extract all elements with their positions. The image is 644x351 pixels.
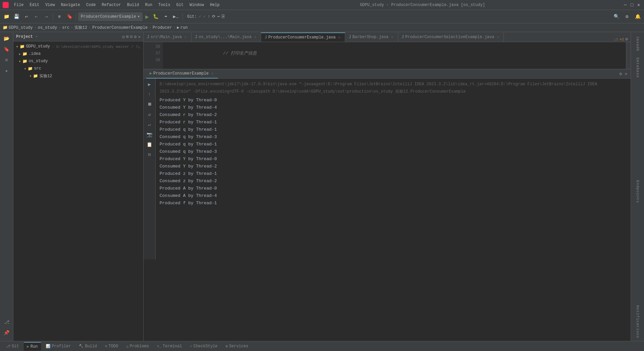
lab12-folder-icon: 📁 — [33, 74, 38, 79]
bottom-tab-run[interactable]: ▶ Run — [24, 342, 41, 351]
file-tree-collapse-icon[interactable]: ⊟ — [130, 34, 133, 39]
breadcrumb-item-producer[interactable]: Producer — [153, 25, 172, 30]
git-push-icon[interactable]: ↑ — [208, 14, 210, 19]
menu-code[interactable]: Code — [83, 2, 98, 8]
run-panel-settings-icon[interactable]: ⚙ — [619, 71, 623, 77]
sidebar-git-icon[interactable]: ⎇ — [2, 317, 12, 327]
tab-producer-consumer-close[interactable]: ✕ — [337, 35, 342, 40]
bottom-tab-checkstyle[interactable]: ✓ CheckStyle — [187, 342, 221, 351]
menu-file[interactable]: File — [11, 2, 26, 8]
undo-button[interactable]: ↩ — [22, 12, 31, 21]
bottom-tab-todo[interactable]: ≡ TODO — [101, 342, 121, 351]
breadcrumb-item-class[interactable]: ProducerConsumerExample — [92, 25, 148, 30]
breadcrumb-item-osstudy[interactable]: os_study — [38, 25, 57, 30]
git-settings-icon[interactable]: ⍈ — [222, 14, 224, 19]
git-fetch-icon[interactable]: ⟳ — [212, 14, 215, 19]
menu-help[interactable]: Help — [207, 2, 222, 8]
tree-item-idea[interactable]: ▸ 📁 .idea — [13, 50, 143, 57]
error-badge[interactable]: ✕2 — [620, 37, 624, 41]
breadcrumb-item-project[interactable]: 📁 GDPU_study — [3, 25, 33, 30]
run-filter-button[interactable]: ⊟ — [145, 150, 154, 159]
tab-barbershop-close[interactable]: ✕ — [390, 35, 395, 39]
run-panel-close-icon[interactable]: ✕ — [624, 71, 628, 77]
code-content[interactable]: // 打印生产信息 System.out.println("Produced "… — [163, 42, 626, 69]
tree-item-osstudy[interactable]: ▾ 📁 os_study — [13, 57, 143, 65]
run-config-selector[interactable]: ProducerConsumerExample ▾ — [78, 12, 143, 21]
file-tree-expand-icon[interactable]: ⊞ — [126, 34, 129, 39]
menu-build[interactable]: Build — [124, 2, 142, 8]
tab-osstudy-main[interactable]: J os_study\...\Main.java ✕ — [192, 32, 261, 42]
search-everywhere-button[interactable]: 🔍 — [612, 12, 621, 21]
git-undo-icon[interactable]: ↩ — [217, 14, 220, 19]
run-play-button[interactable]: ▶ — [145, 80, 154, 89]
tree-item-src[interactable]: ▾ 📁 src — [13, 65, 143, 72]
notifications-button[interactable]: 🔔 — [633, 12, 642, 21]
git-check-icon[interactable]: ✓ — [199, 14, 201, 19]
run-tab-close[interactable]: ✕ — [210, 71, 215, 76]
file-tree-settings-icon[interactable]: ⚙ — [134, 34, 137, 39]
right-sidebar-notifications[interactable]: Notifications — [634, 303, 641, 341]
close-button[interactable]: ✕ — [636, 2, 641, 8]
run-restart-button[interactable]: ↺ — [145, 110, 154, 119]
breadcrumb-item-run[interactable]: ▶ run — [177, 25, 188, 30]
tab-osstudy-close[interactable]: ✕ — [253, 35, 257, 39]
sidebar-pin-icon[interactable]: 📌 — [2, 328, 12, 338]
navigate-button[interactable]: ⇈ — [55, 12, 64, 21]
breadcrumb-item-src[interactable]: src — [62, 25, 69, 30]
bookmark-button[interactable]: 🔖 — [65, 12, 74, 21]
back-button[interactable]: ← — [32, 12, 41, 21]
debug-button[interactable]: 🐛 — [152, 12, 160, 21]
tab-selective[interactable]: J ProducerConsumerSelectiveExample.java … — [398, 32, 504, 42]
coverage-button[interactable]: ☂ — [162, 12, 170, 21]
sidebar-bookmark-icon[interactable]: 🔖 — [2, 44, 12, 54]
breadcrumb-item-lab[interactable]: 实验12 — [74, 25, 87, 30]
bottom-tab-build[interactable]: 🔨 Build — [75, 342, 100, 351]
git-check2-icon[interactable]: ✓ — [203, 14, 206, 19]
bottom-tab-profiler[interactable]: 📊 Profiler — [42, 342, 74, 351]
right-sidebar-endpoints[interactable]: Endpoints — [634, 178, 641, 206]
tree-item-lab12[interactable]: ▾ 📁 实验12 — [13, 72, 143, 80]
save-button[interactable]: 💾 — [12, 12, 21, 21]
tab-settings-icon[interactable]: ⚙ — [625, 36, 628, 42]
tab-main-java[interactable]: J src\Main.java ✕ — [144, 32, 192, 42]
run-stop-button[interactable]: ⏹ — [145, 100, 154, 109]
menu-refactor[interactable]: Refactor — [99, 2, 124, 8]
forward-button[interactable]: → — [42, 12, 51, 21]
tab-selective-close[interactable]: ✕ — [495, 35, 500, 39]
bottom-tab-services[interactable]: ⚙ Services — [222, 342, 252, 351]
right-sidebar-database[interactable]: Database — [634, 55, 641, 81]
sidebar-structure-icon[interactable]: ≋ — [2, 55, 12, 65]
tab-barbershop[interactable]: J BarberShop.java ✕ — [345, 32, 398, 42]
bottom-tab-terminal[interactable]: >_ Terminal — [154, 342, 185, 351]
run-scroll-up-button[interactable]: ↑ — [145, 90, 154, 99]
run-panel-tab-main[interactable]: ▶ ProducerConsumerExample ✕ — [146, 69, 218, 79]
menu-view[interactable]: View — [43, 2, 58, 8]
open-button[interactable]: 📁 — [2, 12, 11, 21]
comment-36: // 打印生产信息 — [192, 51, 257, 56]
run-with-options[interactable]: ▶… — [172, 12, 180, 21]
menu-run[interactable]: Run — [142, 2, 155, 8]
right-sidebar-javadb[interactable]: Javadb — [634, 33, 641, 54]
bottom-tab-git[interactable]: ⎇ Git — [3, 342, 22, 351]
maximize-button[interactable]: □ — [629, 2, 635, 8]
menu-git[interactable]: Git — [174, 2, 186, 8]
menu-edit[interactable]: Edit — [27, 2, 42, 8]
run-history-button[interactable]: 📋 — [145, 140, 154, 149]
tree-root[interactable]: ▾ 📁 GDPU_study - D:\develop\code\GDPU_st… — [13, 43, 143, 50]
minimize-button[interactable]: ─ — [623, 2, 628, 8]
run-wrap-button[interactable]: ↵ — [145, 120, 154, 129]
sidebar-project-icon[interactable]: 📂 — [2, 33, 12, 43]
menu-tools[interactable]: Tools — [156, 2, 173, 8]
sidebar-favorites-icon[interactable]: ★ — [2, 66, 12, 76]
menu-window[interactable]: Window — [187, 2, 207, 8]
bottom-tab-problems[interactable]: △ Problems — [123, 342, 152, 351]
warning-badge[interactable]: △5 — [614, 37, 618, 41]
tab-main-close[interactable]: ✕ — [183, 35, 188, 39]
file-tree-locate-icon[interactable]: ◎ — [122, 34, 125, 39]
run-camera-button[interactable]: 📷 — [145, 130, 154, 139]
menu-navigate[interactable]: Navigate — [58, 2, 83, 8]
file-tree-close-icon[interactable]: ✕ — [138, 34, 141, 39]
run-button[interactable]: ▶ — [144, 13, 150, 20]
settings-button[interactable]: ⚙ — [623, 12, 631, 21]
tab-producer-consumer[interactable]: J ProducerConsumerExample.java ✕ — [261, 32, 345, 42]
